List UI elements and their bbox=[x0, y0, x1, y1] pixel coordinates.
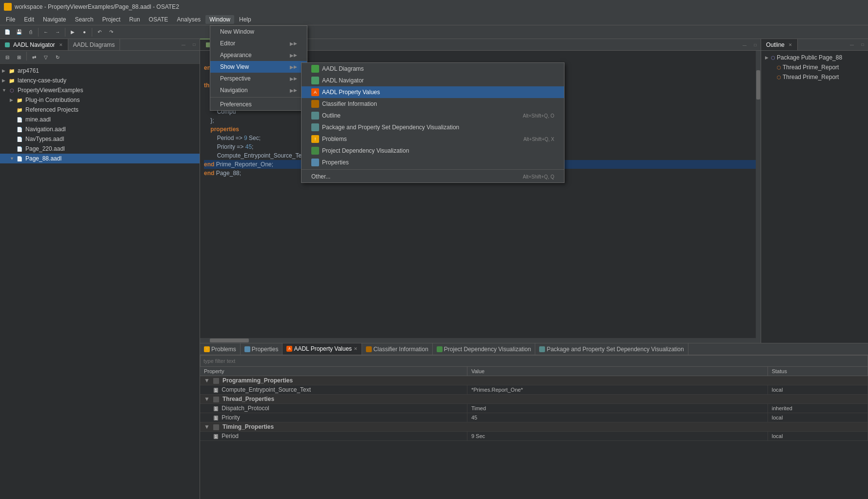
property-filter-input[interactable] bbox=[200, 355, 868, 367]
menu-edit[interactable]: Edit bbox=[20, 15, 38, 24]
tree-item-plugins[interactable]: ▶ 📁 Plug-in Contributions bbox=[0, 95, 200, 105]
toolbar-save[interactable]: 💾 bbox=[14, 27, 24, 38]
submenu-arrow: ▶ bbox=[290, 41, 294, 46]
props-view-icon bbox=[311, 159, 319, 166]
tree-item-navtypes[interactable]: ▶ 📄 NavTypes.aadl bbox=[0, 134, 200, 144]
view-proj-dep[interactable]: Project Dependency Visualization bbox=[302, 145, 564, 157]
menu-osate[interactable]: OSATE bbox=[145, 15, 172, 24]
tree-filter[interactable]: ▽ bbox=[40, 52, 51, 62]
category-arrow[interactable]: ▼ bbox=[204, 423, 210, 430]
menu-perspective[interactable]: Perspective ▶ bbox=[210, 73, 307, 84]
menu-window[interactable]: Window bbox=[205, 15, 234, 24]
prop-status-cell: inherited bbox=[767, 404, 868, 413]
outline-item-thread1[interactable]: ▶ ⬡ Thread Prime_Report bbox=[763, 62, 866, 72]
view-other[interactable]: Other... Alt+Shift+Q, Q bbox=[302, 171, 564, 182]
outline-item-thread2[interactable]: ▶ ⬡ Thread Prime_Report bbox=[763, 72, 866, 82]
folder-icon: 📁 bbox=[16, 106, 23, 114]
toolbar-run[interactable]: ▶ bbox=[67, 27, 78, 38]
table-row[interactable]: 1 Compute_Entrypoint_Source_Text *Primes… bbox=[200, 385, 868, 395]
toolbar-undo[interactable]: ↶ bbox=[94, 27, 105, 38]
tree-item-page220[interactable]: ▶ 📄 Page_220.aadl bbox=[0, 144, 200, 154]
panel-maximize[interactable]: □ bbox=[189, 39, 200, 50]
toolbar-sep2 bbox=[65, 28, 65, 37]
prop-name-cell: 1 Dispatch_Protocol bbox=[200, 404, 467, 413]
tree-expand-all[interactable]: ⊞ bbox=[14, 52, 24, 62]
toolbar-redo[interactable]: ↷ bbox=[106, 27, 117, 38]
menu-analyses[interactable]: Analyses bbox=[173, 15, 205, 24]
submenu-arrow: ▶ bbox=[290, 76, 294, 81]
editor-minimize[interactable]: — bbox=[739, 40, 750, 50]
menu-new-window[interactable]: New Window bbox=[210, 26, 307, 38]
problems-icon: ! bbox=[204, 346, 210, 352]
tree-item-latency[interactable]: ▶ 📁 latency-case-study bbox=[0, 76, 200, 85]
panel-minimize[interactable]: — bbox=[178, 39, 189, 50]
category-arrow[interactable]: ▼ bbox=[204, 396, 210, 402]
view-problems[interactable]: ! Problems Alt+Shift+Q, X bbox=[302, 133, 564, 145]
menu-file[interactable]: File bbox=[2, 15, 19, 24]
outline-item-package[interactable]: ▶ ⬡ Package Public Page_88 bbox=[763, 53, 866, 62]
menu-appearance[interactable]: Appearance ▶ bbox=[210, 49, 307, 61]
tab-aadl-props[interactable]: A AADL Property Values ✕ bbox=[283, 343, 362, 355]
menu-search[interactable]: Search bbox=[71, 15, 97, 24]
toolbar-back[interactable]: ← bbox=[40, 27, 51, 38]
outline-tab-close[interactable]: ✕ bbox=[788, 42, 792, 47]
tree-link-editor[interactable]: ⇄ bbox=[29, 52, 40, 62]
tab-projdep[interactable]: Project Dependency Visualization bbox=[433, 343, 536, 355]
tab-outline[interactable]: Outline ✕ bbox=[761, 39, 798, 50]
tree-item-navigation[interactable]: ▶ 📄 Navigation.aadl bbox=[0, 124, 200, 134]
tree-collapse-all[interactable]: ⊟ bbox=[2, 52, 13, 62]
toolbar-forward[interactable]: → bbox=[52, 27, 63, 38]
editor-scrollbar-v[interactable] bbox=[756, 51, 761, 343]
scrollbar-thumb bbox=[756, 70, 760, 100]
tree-item-pvexamples[interactable]: ▼ ⬡ PropertyViewerExamples bbox=[0, 85, 200, 95]
outline-thread-icon: ⬡ bbox=[777, 65, 781, 70]
aadl-nav-icon bbox=[311, 77, 319, 84]
prop-indent: 1 Priority bbox=[204, 414, 240, 421]
view-aadl-diagrams[interactable]: AADL Diagrams bbox=[302, 63, 564, 75]
tree-label: Navigation.aadl bbox=[25, 126, 66, 133]
category-arrow[interactable]: ▼ bbox=[204, 377, 210, 384]
aadl-props-tab-close[interactable]: ✕ bbox=[354, 346, 358, 351]
tab-aadl-navigator[interactable]: AADL Navigator ✕ bbox=[0, 39, 68, 50]
editor-maximize[interactable]: □ bbox=[750, 40, 761, 50]
category-cell: ▼ Timing_Properties bbox=[200, 422, 868, 432]
tree-item-mine[interactable]: ▶ 📄 mine.aadl bbox=[0, 115, 200, 124]
outline-shortcut: Alt+Shift+Q, O bbox=[523, 113, 554, 119]
view-pkg-dep[interactable]: Package and Property Set Dependency Visu… bbox=[302, 121, 564, 133]
tab-properties[interactable]: Properties bbox=[241, 343, 283, 355]
outline-maximize[interactable]: □ bbox=[857, 39, 868, 50]
tab-classifier[interactable]: Classifier Information bbox=[362, 343, 433, 355]
menu-help[interactable]: Help bbox=[235, 15, 255, 24]
toolbar-new[interactable]: 📄 bbox=[2, 27, 13, 38]
tab-aadl-diagrams[interactable]: AADL Diagrams bbox=[68, 39, 121, 50]
menu-project[interactable]: Project bbox=[98, 15, 124, 24]
view-outline[interactable]: Outline Alt+Shift+Q, O bbox=[302, 110, 564, 121]
menu-show-view[interactable]: Show View ▶ bbox=[210, 61, 307, 73]
prop-name-cell: 1 Priority bbox=[200, 413, 467, 422]
tree-item-arp4761[interactable]: ▶ 📁 arp4761 bbox=[0, 66, 200, 76]
tree-item-refprojects[interactable]: ▶ 📁 Referenced Projects bbox=[0, 105, 200, 115]
table-row[interactable]: 1 Dispatch_Protocol Timed inherited bbox=[200, 404, 868, 413]
toolbar-debug[interactable]: ● bbox=[79, 27, 90, 38]
prop-value-cell: *Primes.Report_One* bbox=[467, 385, 767, 395]
navigator-tab-close[interactable]: ✕ bbox=[59, 42, 63, 47]
table-row[interactable]: 1 Period 9 Sec local bbox=[200, 432, 868, 441]
properties-icon bbox=[244, 346, 250, 352]
tree-refresh[interactable]: ↻ bbox=[52, 52, 63, 62]
view-classifier-info[interactable]: Classifier Information bbox=[302, 98, 564, 110]
view-properties[interactable]: Properties bbox=[302, 157, 564, 168]
tab-problems[interactable]: ! Problems bbox=[200, 343, 241, 355]
toolbar-print[interactable]: ⎙ bbox=[25, 27, 36, 38]
menu-run[interactable]: Run bbox=[125, 15, 144, 24]
tab-pkgdep[interactable]: Package and Property Set Dependency Visu… bbox=[535, 343, 688, 355]
table-row[interactable]: 1 Priority 45 local bbox=[200, 413, 868, 422]
view-aadl-navigator[interactable]: AADL Navigator bbox=[302, 75, 564, 86]
menu-editor[interactable]: Editor ▶ bbox=[210, 38, 307, 49]
menu-preferences[interactable]: Preferences bbox=[210, 99, 307, 110]
menu-navigation[interactable]: Navigation ▶ bbox=[210, 84, 307, 96]
tree-item-page88[interactable]: ▼ 📄 Page_88.aadl bbox=[0, 154, 200, 163]
outline-minimize[interactable]: — bbox=[847, 39, 857, 50]
view-aadl-property-values[interactable]: A AADL Property Values bbox=[302, 86, 564, 98]
menu-navigate[interactable]: Navigate bbox=[39, 15, 70, 24]
editor-scrollbar-h[interactable] bbox=[200, 338, 756, 343]
